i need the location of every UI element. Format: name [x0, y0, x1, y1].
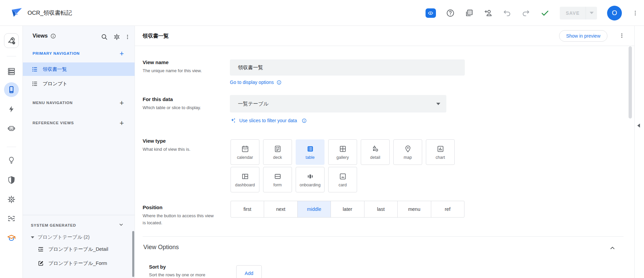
table-icon [306, 145, 314, 153]
views-panel-title-text: Views [33, 33, 48, 39]
position-menu[interactable]: menu [398, 201, 431, 217]
info-icon [277, 80, 282, 85]
help-icon[interactable] [446, 9, 455, 17]
onboarding-icon [306, 172, 314, 181]
top-bar: OCR_領収書転記 [0, 0, 644, 26]
card-image-icon [339, 172, 347, 181]
views-settings-gear-icon[interactable] [113, 33, 120, 41]
search-icon[interactable] [101, 33, 108, 41]
use-slices-link[interactable]: Use slices to filter your data [230, 117, 307, 124]
position-middle[interactable]: middle [298, 201, 331, 217]
person-add-icon[interactable] [484, 8, 493, 17]
go-to-display-options-link[interactable]: Go to display options [230, 80, 282, 85]
add-menu-view-button[interactable]: + [119, 99, 124, 107]
view-type-label-text: calendar [237, 155, 253, 160]
position-ref[interactable]: ref [431, 201, 464, 217]
apps-keypad-icon[interactable] [465, 9, 474, 17]
position-next[interactable]: next [264, 201, 297, 217]
view-item-label: プロンプト [43, 81, 67, 87]
position-last[interactable]: last [364, 201, 398, 217]
view-type-table[interactable]: table [296, 139, 325, 165]
main-scrollbar[interactable] [629, 46, 632, 119]
app-title: OCR_領収書転記 [28, 9, 72, 17]
link-text: Go to display options [230, 80, 274, 85]
view-type-map[interactable]: map [393, 139, 422, 165]
gear-icon[interactable] [7, 195, 16, 204]
primary-navigation-label: PRIMARY NAVIGATION [33, 51, 80, 55]
database-icon[interactable] [7, 67, 16, 76]
list-view-icon [32, 81, 38, 87]
avatar[interactable]: O [607, 6, 622, 20]
view-item-label: 領収書一覧 [43, 66, 67, 73]
lightbulb-icon[interactable] [7, 156, 15, 165]
monitor-activity-icon[interactable] [7, 214, 16, 223]
view-item-prompt[interactable]: プロンプト [23, 77, 135, 90]
expander-triangle-icon [31, 236, 34, 238]
position-first[interactable]: first [231, 201, 264, 217]
redo-icon[interactable] [522, 9, 530, 17]
view-type-form[interactable]: form [263, 167, 292, 192]
phone-app-icon[interactable] [4, 82, 19, 97]
lightning-automation-icon[interactable] [7, 105, 15, 113]
main-more-icon[interactable] [619, 32, 625, 39]
rocket-deploy-icon[interactable] [4, 33, 19, 48]
detail-shapes-icon [371, 145, 380, 153]
dashboard-icon [241, 172, 249, 181]
add-primary-view-button[interactable]: + [119, 49, 124, 58]
save-button[interactable]: SAVE [560, 10, 586, 16]
view-options-collapse-icon[interactable] [609, 245, 616, 251]
learn-cap-icon[interactable] [7, 234, 16, 243]
system-view-prompt-form[interactable]: プロンプトテーブル_Form [38, 260, 107, 267]
system-view-label: プロンプトテーブル_Form [48, 260, 107, 267]
sort-by-add-button[interactable]: Add [236, 265, 262, 278]
view-type-label-text: onboarding [300, 183, 321, 187]
view-type-label-text: detail [370, 155, 380, 160]
menu-navigation-label: MENU NAVIGATION [33, 101, 73, 105]
right-collapsed-panel [634, 26, 644, 278]
rail-divider [7, 56, 16, 56]
view-type-onboarding[interactable]: onboarding [296, 167, 325, 192]
info-icon [302, 118, 307, 123]
view-type-label-text: dashboard [235, 183, 255, 187]
show-in-preview-button[interactable]: Show in preview [559, 30, 607, 42]
view-type-gallery[interactable]: gallery [328, 139, 357, 165]
undo-icon[interactable] [503, 9, 511, 17]
system-group-prompt-table[interactable]: プロンプトテーブル (2) [31, 234, 90, 240]
views-panel-scrollbar[interactable] [132, 231, 134, 277]
view-type-dashboard[interactable]: dashboard [231, 167, 259, 192]
view-item-receipt-list[interactable]: 領収書一覧 [23, 62, 135, 76]
save-dropdown-button[interactable] [586, 7, 597, 19]
view-type-label: View type [143, 138, 166, 144]
position-later[interactable]: later [331, 201, 364, 217]
deck-icon [274, 145, 282, 153]
views-panel: Views PRIMARY NAVIGATION [23, 26, 135, 278]
verify-check-icon[interactable] [540, 8, 550, 18]
view-type-chart[interactable]: chart [426, 139, 455, 165]
data-source-select[interactable]: 一覧テーブル [230, 95, 446, 112]
view-type-label-text: form [274, 183, 282, 187]
view-type-label-text: card [339, 183, 347, 187]
system-section-divider [23, 215, 135, 215]
left-nav-rail [0, 26, 23, 278]
shield-icon[interactable] [7, 176, 15, 184]
view-type-card[interactable]: card [328, 167, 357, 192]
add-reference-view-button[interactable]: + [119, 119, 124, 128]
section-divider [143, 236, 624, 237]
system-generated-collapse-icon[interactable] [118, 222, 124, 227]
for-this-data-label: For this data [143, 96, 173, 102]
preview-toggle-icon[interactable] [426, 8, 436, 18]
view-type-deck[interactable]: deck [263, 139, 292, 165]
view-type-detail[interactable]: detail [361, 139, 390, 165]
calendar-icon [241, 145, 249, 153]
view-type-calendar[interactable]: calendar [231, 139, 259, 165]
robot-icon[interactable] [7, 124, 16, 133]
topbar-more-icon[interactable] [632, 9, 639, 17]
expand-panel-arrow-icon[interactable] [637, 124, 640, 128]
position-description: Where the button to access this view is … [143, 213, 215, 227]
views-more-icon[interactable] [125, 33, 131, 41]
system-view-prompt-detail[interactable]: プロンプトテーブル_Detail [38, 246, 108, 252]
position-label: Position [143, 204, 162, 210]
views-panel-title: Views [33, 33, 56, 39]
view-type-label-text: chart [436, 155, 445, 160]
view-name-input[interactable] [230, 59, 465, 76]
